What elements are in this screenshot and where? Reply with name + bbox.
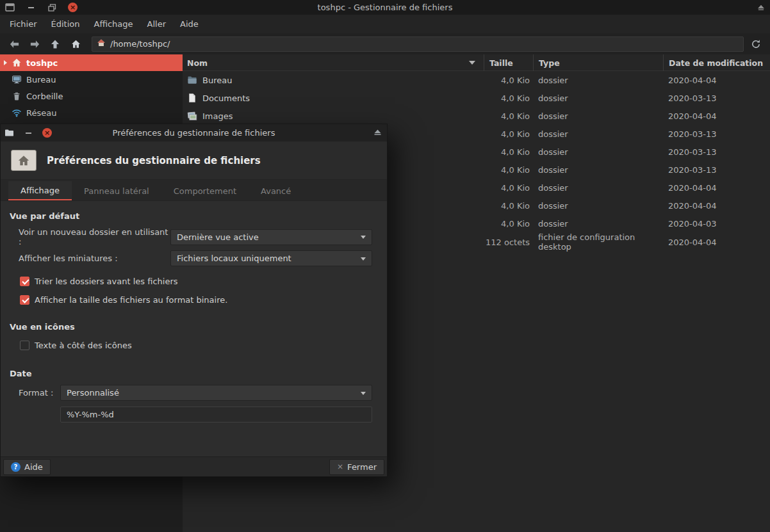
dialog-titlebar: × Préférences du gestionnaire de fichier… (1, 124, 387, 141)
sidebar-item-corbeille[interactable]: Corbeille (0, 88, 183, 104)
dialog-header-title: Préférences du gestionnaire de fichiers (47, 155, 261, 166)
help-button[interactable]: ? Aide (3, 459, 51, 475)
dialog-minimize-button[interactable] (23, 128, 33, 138)
help-icon: ? (11, 462, 20, 472)
sort-arrow-icon[interactable] (469, 61, 475, 65)
binary-size-checkbox[interactable] (20, 295, 29, 305)
binary-size-label: Afficher la taille des fichiers au forma… (35, 295, 227, 305)
back-button[interactable] (6, 36, 22, 52)
home-button[interactable] (67, 36, 84, 52)
new-folder-view-select[interactable]: Dernière vue active (170, 229, 372, 245)
file-list-header: Nom Taille Type Date de modification (183, 54, 770, 71)
sort-folders-checkbox[interactable] (20, 277, 29, 286)
file-type: dossier (533, 201, 663, 211)
window-title: toshpc - Gestionnaire de fichiers (0, 3, 770, 12)
menu-aide[interactable]: Aide (173, 16, 206, 32)
up-button[interactable] (47, 36, 63, 52)
sidebar-item-toshpc[interactable]: toshpc (0, 54, 183, 71)
window-menu-icon[interactable] (4, 3, 15, 13)
file-modified: 2020-04-04 (663, 238, 770, 247)
file-type: dossier (533, 111, 663, 121)
close-dialog-button[interactable]: × Fermer (329, 459, 384, 475)
file-size: 4,0 Kio (484, 76, 533, 85)
wifi-icon (12, 108, 22, 118)
file-type: dossier (533, 165, 663, 175)
tab-panneau-lateral[interactable]: Panneau latéral (72, 181, 161, 200)
custom-date-format-input[interactable] (60, 407, 372, 423)
dialog-footer: ? Aide × Fermer (1, 456, 387, 476)
document-icon (187, 93, 197, 103)
date-format-label: Format : (19, 388, 60, 398)
file-size: 4,0 Kio (484, 111, 533, 121)
window-titlebar: × toshpc - Gestionnaire de fichiers (0, 0, 770, 15)
thumbnails-label: Afficher les miniatures : (19, 254, 170, 263)
file-modified: 2020-03-13 (663, 93, 770, 103)
dialog-app-icon (4, 128, 14, 138)
menu-aller[interactable]: Aller (140, 16, 173, 32)
dialog-close-icon[interactable]: × (42, 128, 52, 138)
tab-comportement[interactable]: Comportement (161, 181, 249, 200)
forward-button[interactable] (26, 36, 43, 52)
tab-affichage[interactable]: Affichage (8, 181, 72, 200)
file-size: 4,0 Kio (484, 147, 533, 157)
sidebar-label: Réseau (26, 108, 56, 118)
file-size: 4,0 Kio (484, 219, 533, 229)
file-size: 4,0 Kio (484, 93, 533, 103)
file-size: 4,0 Kio (484, 183, 533, 193)
file-row[interactable]: Bureau 4,0 Kio dossier 2020-04-04 (183, 71, 770, 89)
menu-edition[interactable]: Édition (44, 16, 87, 32)
sidebar-label: Corbeille (26, 92, 63, 101)
path-home-icon (97, 38, 106, 49)
file-name: Documents (202, 93, 250, 103)
menu-fichier[interactable]: Fichier (3, 16, 44, 32)
sidebar-item-bureau[interactable]: Bureau (0, 71, 183, 88)
trash-icon (12, 91, 22, 101)
thumbnails-select[interactable]: Fichiers locaux uniquement (170, 250, 372, 266)
close-button[interactable]: × (68, 3, 78, 12)
file-type: dossier (533, 93, 663, 103)
file-modified: 2020-04-03 (663, 219, 770, 229)
sidebar-label: Bureau (26, 75, 56, 85)
menubar: Fichier Édition Affichage Aller Aide (0, 15, 770, 33)
column-header-type[interactable]: Type (533, 54, 663, 71)
file-type: dossier (533, 219, 663, 229)
column-header-size[interactable]: Taille (484, 54, 533, 71)
file-modified: 2020-03-13 (663, 165, 770, 175)
display-icon (12, 74, 22, 85)
file-modified: 2020-04-04 (663, 183, 770, 193)
preferences-dialog: × Préférences du gestionnaire de fichier… (0, 124, 388, 477)
minimize-button[interactable] (26, 3, 36, 13)
preferences-home-icon (11, 150, 37, 171)
file-name: Images (202, 111, 233, 121)
file-size: 112 octets (484, 238, 533, 247)
file-size: 4,0 Kio (484, 129, 533, 139)
shade-icon[interactable] (757, 3, 765, 13)
file-type: dossier (533, 147, 663, 157)
date-format-select[interactable]: Personnalisé (60, 385, 372, 401)
text-beside-icons-label: Texte à côté des icônes (35, 341, 132, 350)
menu-affichage[interactable]: Affichage (86, 16, 140, 32)
close-x-icon: × (337, 463, 343, 471)
column-header-modified[interactable]: Date de modification (663, 54, 770, 71)
sort-folders-label: Trier les dossiers avant les fichiers (35, 277, 178, 286)
file-type: dossier (533, 129, 663, 139)
tab-avance[interactable]: Avancé (249, 181, 303, 200)
images-icon (187, 111, 197, 121)
new-folder-view-label: Voir un nouveau dossier en utilisant : (19, 227, 170, 246)
column-header-name[interactable]: Nom (183, 54, 484, 71)
text-beside-icons-checkbox[interactable] (20, 341, 29, 350)
file-modified: 2020-04-04 (663, 76, 770, 85)
refresh-icon[interactable] (748, 36, 764, 52)
expander-icon[interactable] (4, 60, 7, 65)
file-size: 4,0 Kio (484, 201, 533, 211)
path-text: /home/toshpc/ (110, 39, 170, 49)
path-bar[interactable]: /home/toshpc/ (92, 36, 744, 52)
file-row[interactable]: Images 4,0 Kio dossier 2020-04-04 (183, 107, 770, 125)
dialog-shade-icon[interactable] (373, 129, 382, 138)
file-row[interactable]: Documents 4,0 Kio dossier 2020-03-13 (183, 89, 770, 107)
restore-button[interactable] (47, 3, 57, 13)
file-modified: 2020-04-04 (663, 201, 770, 211)
file-type: dossier (533, 76, 663, 85)
sidebar-item-reseau[interactable]: Réseau (0, 104, 183, 121)
file-manager-window: × toshpc - Gestionnaire de fichiers Fich… (0, 0, 770, 532)
